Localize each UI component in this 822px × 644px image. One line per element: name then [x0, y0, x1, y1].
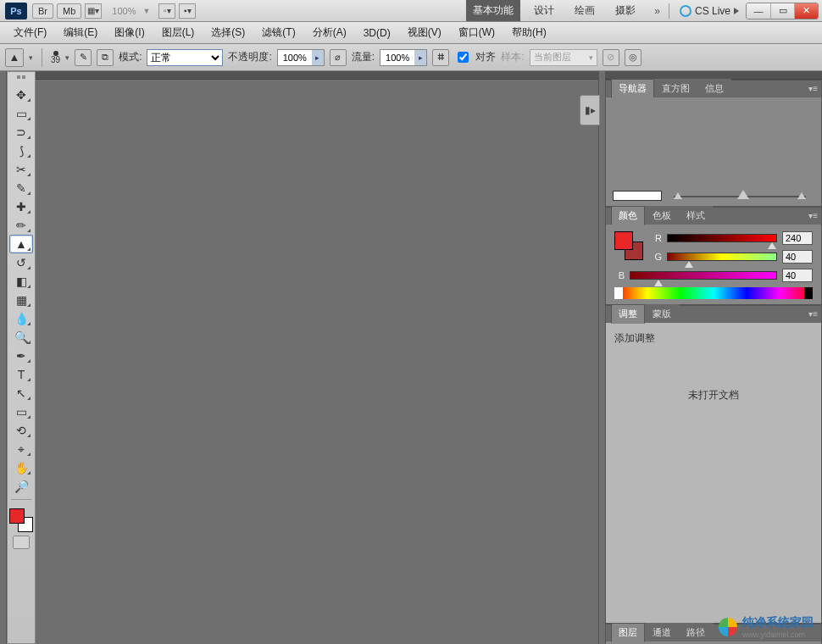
gradient-tool[interactable]: ▦	[9, 291, 33, 309]
lasso-tool[interactable]: ⊃	[9, 123, 33, 142]
tab-masks[interactable]: 蒙版	[645, 304, 679, 323]
extras-icon[interactable]: ▪▾	[179, 3, 196, 19]
channel-slider-b[interactable]	[630, 271, 777, 280]
close-button[interactable]: ✕	[794, 3, 818, 19]
cslive-button[interactable]: CS Live	[680, 5, 739, 17]
opacity-pressure-button[interactable]: ⌀	[330, 49, 347, 66]
tab-adjustments[interactable]: 调整	[611, 304, 645, 324]
history-brush-tool[interactable]: ↺	[9, 253, 33, 272]
tab-swatches[interactable]: 色板	[645, 206, 679, 225]
quick-select-tool[interactable]: ⟆	[9, 142, 33, 160]
menu-select[interactable]: 选择(S)	[203, 23, 253, 42]
panel-menu-icon[interactable]: ▾≡	[808, 211, 818, 220]
workspace-tab-essentials[interactable]: 基本功能	[466, 0, 520, 21]
nav-zoom-value[interactable]	[613, 191, 662, 201]
healing-brush-tool[interactable]: ✚	[9, 197, 33, 216]
flow-input[interactable]: ▸	[380, 49, 427, 66]
right-dock-edge[interactable]	[598, 71, 605, 644]
tab-histogram[interactable]: 直方图	[654, 79, 697, 97]
minibridge-button[interactable]: Mb	[57, 3, 81, 19]
crop-tool[interactable]: ✂	[9, 160, 33, 179]
tab-info[interactable]: 信息	[697, 79, 731, 97]
opacity-label: 不透明度:	[228, 50, 271, 64]
left-dock-edge[interactable]	[0, 71, 7, 644]
arrange-docs-icon[interactable]: ▦▾	[85, 3, 102, 19]
quickmask-button[interactable]	[13, 536, 30, 549]
3d-camera-tool[interactable]: ⌖	[9, 440, 33, 458]
tablet-pressure-button[interactable]: ◎	[625, 49, 641, 66]
collapse-panels-button[interactable]: ▮▸	[580, 95, 600, 125]
screen-mode-icon[interactable]: ▫▾	[158, 3, 175, 19]
menu-layer[interactable]: 图层(L)	[153, 23, 203, 42]
menu-image[interactable]: 图像(I)	[106, 23, 153, 42]
menu-filter[interactable]: 滤镜(T)	[253, 23, 303, 42]
brush-panel-button[interactable]: ✎	[75, 49, 92, 66]
color-swatch-pair[interactable]	[614, 231, 643, 260]
eyedropper-tool[interactable]: ✎	[9, 179, 33, 197]
color-ramp[interactable]	[614, 287, 813, 299]
pen-tool[interactable]: ✒	[9, 347, 33, 365]
menu-view[interactable]: 视图(V)	[399, 23, 450, 42]
panel-grip[interactable]	[9, 75, 33, 82]
channel-value-g[interactable]	[782, 250, 813, 264]
menu-edit[interactable]: 编辑(E)	[55, 23, 106, 42]
active-tool-icon[interactable]: ▲	[5, 48, 24, 67]
3d-tool[interactable]: ⟲	[9, 421, 33, 440]
move-tool[interactable]: ✥	[9, 86, 33, 104]
channel-slider-r[interactable]	[667, 234, 777, 242]
workspace-more-icon[interactable]: »	[649, 5, 665, 17]
panel-menu-icon[interactable]: ▾≡	[808, 84, 818, 93]
cslive-icon	[680, 5, 691, 17]
ignore-adjust-button[interactable]: ⊘	[603, 49, 619, 66]
channel-slider-g[interactable]	[667, 253, 777, 261]
menu-analysis[interactable]: 分析(A)	[304, 23, 355, 42]
tab-styles[interactable]: 样式	[679, 206, 713, 225]
brush-preset[interactable]: 39	[51, 51, 60, 64]
navigator-panel: 导航器 直方图 信息 ▾≡	[605, 80, 822, 207]
menu-help[interactable]: 帮助(H)	[503, 23, 555, 42]
dodge-tool[interactable]: 🔍	[9, 328, 33, 347]
color-panel: 颜色 色板 样式 ▾≡ RGB	[605, 207, 822, 305]
hand-tool[interactable]: ✋	[9, 458, 33, 477]
channel-value-b[interactable]	[782, 269, 813, 282]
tab-layers[interactable]: 图层	[611, 623, 645, 642]
workspace-tab-photography[interactable]: 摄影	[608, 0, 642, 21]
clone-source-button[interactable]: ⧉	[97, 49, 114, 66]
zoom-tool[interactable]: 🔎	[9, 477, 33, 496]
maximize-button[interactable]: ▭	[770, 3, 794, 19]
color-swatches[interactable]	[9, 508, 33, 532]
aligned-checkbox[interactable]	[458, 52, 469, 63]
channel-label: G	[652, 252, 662, 262]
tab-navigator[interactable]: 导航器	[611, 79, 654, 98]
brush-tool[interactable]: ✏	[9, 216, 33, 235]
foreground-swatch[interactable]	[9, 508, 25, 524]
blur-tool[interactable]: 💧	[9, 309, 33, 328]
path-select-tool[interactable]: ↖	[9, 384, 33, 402]
tab-paths[interactable]: 路径	[679, 623, 713, 641]
workspace-tab-design[interactable]: 设计	[527, 0, 561, 21]
bridge-button[interactable]: Br	[32, 3, 53, 19]
tab-color[interactable]: 颜色	[611, 206, 645, 225]
blend-mode-select[interactable]: 正常	[147, 49, 223, 66]
type-tool[interactable]: T	[9, 365, 33, 384]
shape-tool[interactable]: ▭	[9, 402, 33, 421]
airbrush-button[interactable]: ⵌ	[432, 49, 449, 66]
marquee-tool[interactable]: ▭	[9, 104, 33, 123]
workspace-tab-painting[interactable]: 绘画	[568, 0, 602, 21]
nav-zoom-slider[interactable]	[674, 196, 806, 197]
menu-file[interactable]: 文件(F)	[5, 23, 55, 42]
minimize-button[interactable]: —	[747, 3, 770, 19]
clone-stamp-tool[interactable]: ▲	[9, 235, 33, 253]
adjustments-body: 添加调整	[606, 323, 821, 354]
menu-window[interactable]: 窗口(W)	[450, 23, 503, 42]
tab-channels[interactable]: 通道	[645, 623, 679, 641]
menu-3d[interactable]: 3D(D)	[355, 25, 399, 42]
sample-select[interactable]: 当前图层▾	[530, 49, 597, 66]
workspace-switcher: 基本功能 设计 绘画 摄影 »	[466, 0, 665, 21]
eraser-tool[interactable]: ◧	[9, 272, 33, 291]
opacity-input[interactable]: ▸	[277, 49, 325, 66]
panel-menu-icon[interactable]: ▾≡	[808, 309, 818, 319]
panel-foreground-swatch[interactable]	[614, 231, 633, 250]
options-bar: ▲ ▾ 39 ▾ ✎ ⧉ 模式: 正常 不透明度: ▸ ⌀ 流量: ▸ ⵌ 对齐…	[0, 44, 822, 71]
channel-value-r[interactable]	[782, 231, 813, 245]
